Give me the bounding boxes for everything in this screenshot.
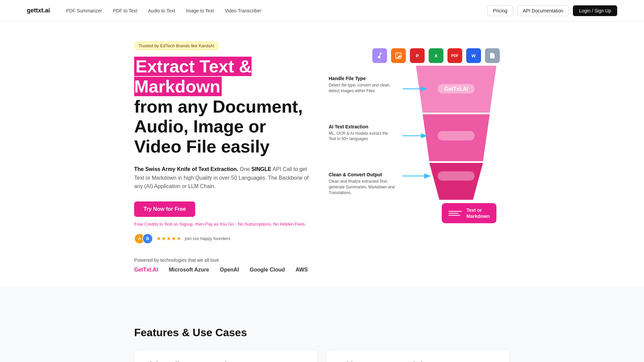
- hero-social: A B ★★★★★ join our happy founders: [134, 233, 315, 244]
- nav-audio-to-text[interactable]: Audio to Text: [143, 5, 180, 16]
- hero-right: P X PDF W Handle File Type Detect file t…: [329, 42, 510, 223]
- file-icon-ppt: P: [410, 48, 425, 63]
- svg-rect-7: [438, 131, 475, 140]
- file-icon-doc: W: [466, 48, 481, 63]
- hero-avatars: A B: [134, 233, 153, 244]
- funnel-step-1-desc: Detect file type, convert and clean, det…: [329, 82, 396, 94]
- powered-logo-gettxt: GetTxt.AI: [134, 267, 158, 273]
- powered-section: Powered by technologies that we all love…: [107, 257, 537, 286]
- hero-section: Trusted by EdTech Brands like KardsAI Ex…: [107, 21, 537, 257]
- file-icon-other: [485, 48, 500, 63]
- features-title: Features & Use Cases: [134, 326, 510, 339]
- nav-pdf-to-text[interactable]: PDF to Text: [107, 5, 143, 16]
- features-grid: High-Quality Text Extraction Multi-Langu…: [134, 350, 510, 362]
- nav-video-transcriber[interactable]: Video Transcriber: [219, 5, 267, 16]
- hero-left: Trusted by EdTech Brands like KardsAI Ex…: [134, 42, 315, 244]
- hero-badge: Trusted by EdTech Brands like KardsAI: [134, 42, 219, 50]
- hero-stars: ★★★★★: [156, 235, 181, 242]
- powered-logo-openai: OpenAI: [220, 267, 239, 273]
- login-button[interactable]: Login / Sign Up: [573, 5, 617, 16]
- navbar: gettxt.ai PDF Summarizer PDF to Text Aud…: [0, 0, 644, 21]
- powered-logo-google: Google Cloud: [250, 267, 285, 273]
- brand-logo[interactable]: gettxt.ai: [27, 7, 50, 14]
- hero-title-highlight: Extract Text & Markdown: [134, 57, 252, 96]
- svg-rect-6: [438, 84, 475, 94]
- funnel-step-1: Handle File Type Detect file type, conve…: [329, 76, 396, 94]
- navbar-actions: Pricing API Documentation Login / Sign U…: [487, 5, 617, 16]
- file-icon-xls: X: [429, 48, 443, 63]
- powered-logos: GetTxt.AI Microsoft Azure OpenAI Google …: [134, 267, 510, 273]
- funnel-step-3: Clean & Convert Output Clean and finaliz…: [329, 172, 396, 195]
- try-now-button[interactable]: Try Now for Free: [134, 201, 195, 217]
- hero-free-note: Free Credits to Test on Signup, then Pay…: [134, 222, 315, 227]
- funnel-svg: GetTxt.AI: [402, 66, 510, 213]
- funnel-step-3-desc: Clean and finalize extracted Text, gener…: [329, 179, 396, 195]
- funnel-step-2-title: AI Text Extraction: [329, 124, 396, 129]
- funnel-step-1-title: Handle File Type: [329, 76, 396, 81]
- feature-card-2-title: Multi-Language & Translation Support: [337, 361, 499, 362]
- nav-pdf-summarizer[interactable]: PDF Summarizer: [61, 5, 107, 16]
- file-icon-audio: [372, 48, 387, 63]
- funnel-info: Handle File Type Detect file type, conve…: [329, 66, 396, 196]
- funnel-svg-container: GetTxt.AI: [402, 66, 510, 213]
- svg-point-1: [397, 54, 398, 55]
- hero-desc-prefix: The Swiss Army Knife of Text Extraction.: [134, 166, 238, 172]
- feature-card-1-title: High-Quality Text Extraction: [145, 361, 307, 362]
- funnel-step-2: AI Text Extraction ML, OCR & AI models e…: [329, 124, 396, 142]
- svg-marker-4: [429, 163, 483, 200]
- powered-logo-azure: Microsoft Azure: [169, 267, 209, 273]
- hero-title-rest: from any Document, Audio, Image or Video…: [134, 97, 303, 157]
- navbar-links: PDF Summarizer PDF to Text Audio to Text…: [61, 5, 485, 16]
- svg-rect-8: [438, 171, 475, 181]
- hero-desc-single: SINGLE: [251, 166, 271, 172]
- feature-card-1: High-Quality Text Extraction: [134, 350, 318, 362]
- avatar-2: B: [142, 233, 153, 244]
- output-line-3: [448, 215, 460, 216]
- funnel-area: Handle File Type Detect file type, conve…: [329, 66, 510, 213]
- nav-image-to-text[interactable]: Image to Text: [180, 5, 219, 16]
- pricing-button[interactable]: Pricing: [487, 5, 513, 16]
- funnel-step-3-title: Clean & Convert Output: [329, 172, 396, 177]
- powered-label: Powered by technologies that we all love: [134, 257, 510, 263]
- file-icons-row: P X PDF W: [329, 48, 510, 63]
- hero-description: The Swiss Army Knife of Text Extraction.…: [134, 165, 315, 191]
- hero-social-text: join our happy founders: [185, 236, 230, 241]
- funnel-step-2-desc: ML, OCR & AI models extract the Text in …: [329, 131, 396, 142]
- api-docs-button[interactable]: API Documentation: [517, 5, 569, 16]
- powered-logo-aws: AWS: [296, 267, 308, 273]
- file-icon-image: [391, 48, 406, 63]
- feature-card-2: Multi-Language & Translation Support Ext…: [326, 350, 510, 362]
- file-icon-pdf: PDF: [447, 48, 462, 63]
- hero-title: Extract Text & Markdown from any Documen…: [134, 57, 315, 157]
- features-section: Features & Use Cases High-Quality Text E…: [107, 306, 537, 362]
